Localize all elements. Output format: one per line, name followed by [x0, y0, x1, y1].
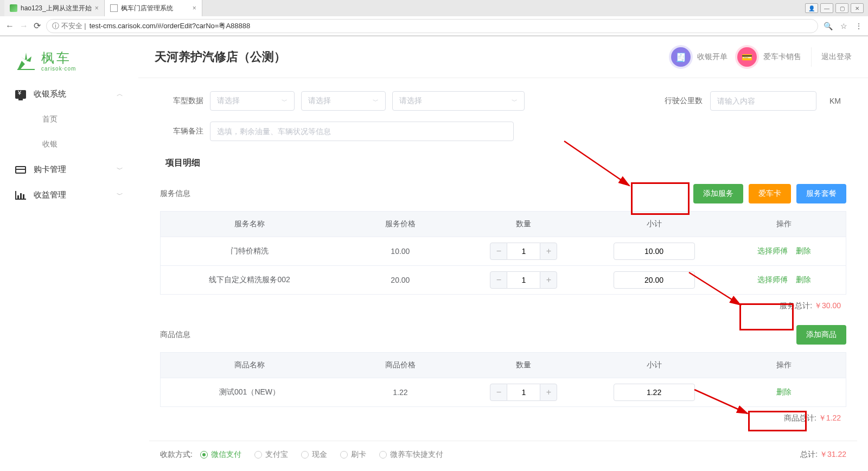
- delete-link[interactable]: 删除: [776, 387, 792, 396]
- delete-link[interactable]: 删除: [796, 246, 811, 255]
- radio-icon: [254, 451, 262, 459]
- header-action-card-sale[interactable]: 💳 爱车卡销售: [737, 47, 801, 67]
- select-master-link[interactable]: 选择师傅: [757, 246, 788, 255]
- store-name: 天河养护汽修店（公测）: [155, 49, 286, 65]
- product-info-label: 商品信息: [160, 330, 190, 340]
- address-bar[interactable]: ⓘ 不安全 | test-cms.carisok.com/#/orderEdit…: [46, 19, 818, 33]
- cell-subtotal: [585, 237, 723, 266]
- search-icon[interactable]: 🔍: [824, 22, 833, 30]
- back-button[interactable]: ←: [5, 21, 14, 31]
- payment-option-wechat[interactable]: 微信支付: [200, 450, 241, 460]
- qty-plus-button[interactable]: +: [540, 271, 557, 289]
- chart-icon: [15, 191, 26, 200]
- tab-active[interactable]: 枫车门店管理系统 ×: [105, 0, 202, 16]
- svg-rect-0: [17, 69, 35, 70]
- product-total-amount: ￥1.22: [819, 413, 841, 422]
- product-total: 商品总计: ￥1.22: [149, 407, 857, 430]
- section-title-detail: 项目明细: [149, 147, 857, 176]
- logo-domain: carisok·com: [41, 66, 76, 72]
- qty-minus-button[interactable]: −: [490, 271, 507, 289]
- qty-plus-button[interactable]: +: [540, 384, 557, 401]
- service-pkg-button[interactable]: 服务套餐: [796, 184, 846, 203]
- logo[interactable]: 枫车 carisok·com: [0, 42, 138, 81]
- qty-input[interactable]: [507, 384, 540, 401]
- security-warning: ⓘ 不安全 |: [52, 21, 86, 31]
- sidebar-item-revenue-mgmt[interactable]: 收益管理 ﹀: [0, 182, 138, 208]
- subtotal-input[interactable]: [614, 384, 695, 401]
- car-model-select-1[interactable]: 请选择﹀: [210, 91, 295, 111]
- chevron-down-icon: ﹀: [117, 190, 123, 200]
- close-window-icon[interactable]: ✕: [851, 3, 864, 13]
- service-total: 服务总计: ￥30.00: [149, 295, 857, 317]
- add-service-button[interactable]: 添加服务: [693, 184, 743, 203]
- minimize-icon[interactable]: —: [820, 3, 833, 13]
- maximize-icon[interactable]: ▢: [835, 3, 848, 13]
- th-subtotal: 小计: [585, 353, 723, 378]
- qty-input[interactable]: [507, 243, 540, 260]
- content: 车型数据 请选择﹀ 请选择﹀ 请选择﹀ 行驶公里数 KM 车辆备注 项目明细 服…: [138, 78, 868, 471]
- th-price: 商品价格: [339, 353, 462, 378]
- delete-link[interactable]: 删除: [796, 275, 811, 284]
- url-text: test-cms.carisok.com/#/orderEdit?carNo=粤…: [90, 21, 251, 31]
- payment-option-alipay[interactable]: 支付宝: [254, 450, 288, 460]
- logout-button[interactable]: 退出登录: [821, 52, 852, 62]
- sidebar-item-card-mgmt[interactable]: 购卡管理 ﹀: [0, 157, 138, 182]
- payment-option-card[interactable]: 刷卡: [340, 450, 366, 460]
- header-action-cashier[interactable]: 🧾 收银开单: [671, 47, 727, 67]
- menu-icon[interactable]: ⋮: [855, 22, 863, 30]
- mileage-input[interactable]: [710, 91, 816, 111]
- subtotal-input[interactable]: [614, 271, 695, 289]
- cell-qty: − +: [462, 237, 586, 266]
- cell-name: 线下自定义精洗服务002: [161, 266, 339, 295]
- sidebar-item-label: 收银: [42, 139, 58, 149]
- payment-option-wyc[interactable]: 微养车快捷支付: [379, 450, 443, 460]
- service-table: 服务名称 服务价格 数量 小计 操作 门特价精洗 10.00 −: [160, 211, 846, 295]
- cell-ops: 选择师傅 删除: [723, 266, 846, 295]
- car-model-select-3[interactable]: 请选择﹀: [392, 91, 525, 111]
- radio-icon: [200, 451, 208, 459]
- card-icon: [15, 166, 26, 174]
- product-table: 商品名称 商品价格 数量 小计 操作 测试001（NEW） 1.22 −: [160, 352, 846, 407]
- qty-plus-button[interactable]: +: [540, 243, 557, 260]
- th-qty: 数量: [462, 212, 586, 237]
- love-card-button[interactable]: 爱车卡: [749, 184, 791, 203]
- close-icon[interactable]: ×: [193, 4, 196, 12]
- remark-input[interactable]: [210, 122, 514, 141]
- car-model-select-2[interactable]: 请选择﹀: [301, 91, 386, 111]
- sidebar-item-label: 收益管理: [34, 190, 66, 200]
- th-subtotal: 小计: [585, 212, 723, 237]
- sidebar-item-cashier[interactable]: 收银: [0, 132, 138, 157]
- tab-hao123[interactable]: hao123_上网从这里开始 ×: [4, 0, 105, 16]
- cell-price: 10.00: [339, 237, 462, 266]
- table-row: 测试001（NEW） 1.22 − + 删除: [161, 378, 846, 407]
- tab-title: hao123_上网从这里开始: [21, 4, 92, 13]
- service-total-amount: ￥30.00: [814, 301, 841, 310]
- sidebar-item-home[interactable]: 首页: [0, 107, 138, 132]
- table-row: 门特价精洗 10.00 − + 选择师傅 删除: [161, 237, 846, 266]
- receipt-icon: 🧾: [671, 47, 691, 67]
- mileage-unit: KM: [829, 97, 841, 105]
- qty-minus-button[interactable]: −: [490, 384, 507, 401]
- cell-price: 1.22: [339, 378, 462, 407]
- close-icon[interactable]: ×: [95, 4, 99, 12]
- reload-button[interactable]: ⟳: [34, 21, 41, 31]
- qty-input[interactable]: [507, 271, 540, 289]
- chevron-down-icon: ﹀: [282, 97, 288, 105]
- radio-icon: [340, 451, 348, 459]
- subtotal-input[interactable]: [614, 243, 695, 260]
- car-model-label: 车型数据: [165, 96, 203, 106]
- cash-icon: [15, 90, 26, 99]
- cell-subtotal: [585, 378, 723, 407]
- qty-minus-button[interactable]: −: [490, 243, 507, 260]
- cell-name: 门特价精洗: [161, 237, 339, 266]
- payment-option-cash[interactable]: 现金: [301, 450, 327, 460]
- chevron-down-icon: ﹀: [512, 97, 518, 105]
- sidebar-item-cash-system[interactable]: 收银系统 ︿: [0, 81, 138, 107]
- add-product-button[interactable]: 添加商品: [796, 325, 846, 345]
- mileage-label: 行驶公里数: [659, 96, 703, 106]
- bookmark-icon[interactable]: ☆: [840, 22, 847, 30]
- grand-total: 总计: ￥31.22: [800, 450, 846, 460]
- user-icon[interactable]: 👤: [805, 3, 818, 13]
- sidebar-item-label: 首页: [42, 114, 58, 124]
- select-master-link[interactable]: 选择师傅: [757, 275, 788, 284]
